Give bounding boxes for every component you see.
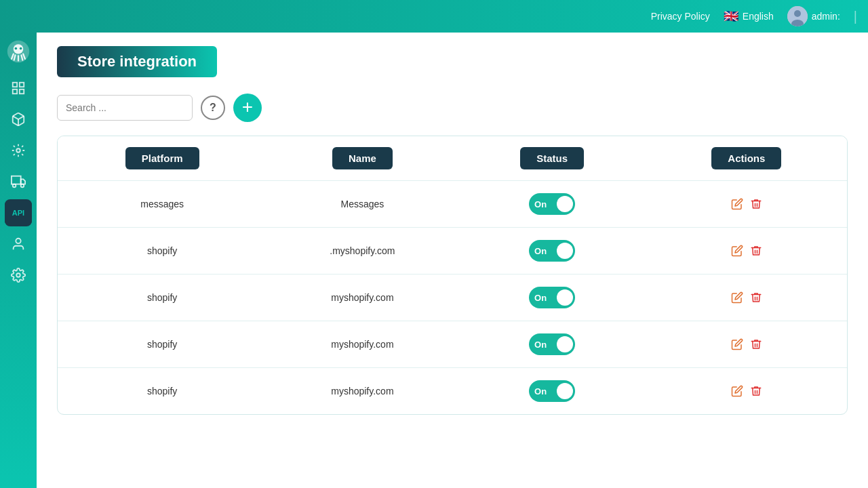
name-header-btn[interactable]: Name bbox=[332, 147, 393, 169]
cell-actions bbox=[646, 368, 847, 415]
sidebar: API bbox=[0, 33, 37, 488]
svg-point-10 bbox=[15, 47, 18, 50]
delete-button[interactable] bbox=[750, 338, 762, 350]
avatar bbox=[787, 6, 808, 26]
th-name: Name bbox=[267, 136, 458, 181]
cell-status: On bbox=[458, 228, 646, 274]
svg-point-21 bbox=[21, 184, 24, 188]
table-row: messagesMessagesOn bbox=[58, 181, 847, 228]
action-icons-group bbox=[660, 291, 833, 304]
toggle-label: On bbox=[534, 199, 547, 209]
delete-button[interactable] bbox=[750, 245, 762, 257]
cell-actions bbox=[646, 181, 847, 228]
sidebar-item-dashboard[interactable] bbox=[5, 75, 32, 102]
topbar-separator: | bbox=[854, 9, 857, 24]
edit-button[interactable] bbox=[731, 291, 743, 304]
toggle-switch[interactable]: On bbox=[529, 240, 575, 262]
add-button[interactable]: + bbox=[233, 94, 262, 122]
cell-status: On bbox=[458, 368, 646, 415]
search-input[interactable] bbox=[57, 95, 193, 121]
sidebar-logo bbox=[6, 39, 31, 64]
toggle-knob bbox=[557, 196, 573, 212]
th-status: Status bbox=[458, 136, 646, 181]
table-header-row: Platform Name Status Actions bbox=[58, 136, 847, 181]
svg-marker-19 bbox=[21, 179, 25, 184]
toggle-knob bbox=[557, 289, 573, 306]
svg-point-11 bbox=[20, 47, 22, 50]
toggle-knob bbox=[557, 243, 573, 259]
page-title-wrapper: Store integration bbox=[57, 46, 217, 77]
cell-name: .myshopify.com bbox=[267, 228, 458, 274]
sidebar-item-box[interactable] bbox=[5, 106, 32, 133]
flag-icon: 🇬🇧 bbox=[724, 9, 738, 24]
action-icons-group bbox=[660, 245, 833, 257]
toggle-switch[interactable]: On bbox=[529, 193, 575, 215]
svg-rect-13 bbox=[20, 83, 24, 87]
toggle-label: On bbox=[534, 340, 547, 350]
platform-header-btn[interactable]: Platform bbox=[125, 147, 199, 169]
main-layout: API Store integration ? bbox=[0, 33, 868, 488]
cell-name: Messages bbox=[267, 181, 458, 228]
toggle-label: On bbox=[534, 246, 547, 256]
status-header-btn[interactable]: Status bbox=[520, 147, 584, 169]
page-title: Store integration bbox=[77, 53, 197, 70]
cell-platform: shopify bbox=[58, 368, 267, 415]
cell-name: myshopify.com bbox=[267, 321, 458, 368]
api-label: API bbox=[5, 202, 32, 224]
sidebar-item-settings[interactable] bbox=[5, 262, 32, 289]
toggle-knob bbox=[557, 383, 573, 399]
table-body: messagesMessagesOnshopify.myshopify.comO… bbox=[58, 181, 847, 415]
table-row: shopifymyshopify.comOn bbox=[58, 274, 847, 321]
edit-button[interactable] bbox=[731, 338, 743, 350]
cell-name: myshopify.com bbox=[267, 368, 458, 415]
cell-actions bbox=[646, 321, 847, 368]
action-icons-group bbox=[660, 385, 833, 397]
actions-header-btn[interactable]: Actions bbox=[711, 147, 781, 169]
integrations-table: Platform Name Status Actions bbox=[58, 136, 847, 414]
sidebar-item-integrations[interactable] bbox=[5, 137, 32, 164]
toggle-knob bbox=[557, 336, 573, 352]
svg-rect-14 bbox=[13, 89, 17, 94]
cell-status: On bbox=[458, 274, 646, 321]
privacy-policy-link[interactable]: Privacy Policy bbox=[651, 11, 710, 22]
toggle-label: On bbox=[534, 386, 547, 396]
language-selector[interactable]: 🇬🇧 English bbox=[724, 9, 774, 24]
toggle-switch[interactable]: On bbox=[529, 380, 575, 402]
svg-point-22 bbox=[16, 239, 20, 243]
cell-platform: shopify bbox=[58, 321, 267, 368]
svg-point-20 bbox=[13, 184, 16, 188]
action-icons-group bbox=[660, 198, 833, 210]
cell-status: On bbox=[458, 321, 646, 368]
edit-button[interactable] bbox=[731, 198, 743, 210]
sidebar-item-api[interactable]: API bbox=[5, 199, 32, 226]
cell-name: myshopify.com bbox=[267, 274, 458, 321]
table-row: shopifymyshopify.comOn bbox=[58, 368, 847, 415]
delete-button[interactable] bbox=[750, 291, 762, 304]
cell-platform: shopify bbox=[58, 228, 267, 274]
svg-point-1 bbox=[794, 10, 801, 17]
toggle-switch[interactable]: On bbox=[529, 287, 575, 308]
cell-platform: messages bbox=[58, 181, 267, 228]
topbar: Privacy Policy 🇬🇧 English admin: | bbox=[0, 0, 868, 33]
svg-rect-18 bbox=[12, 176, 21, 184]
sidebar-item-shipping[interactable] bbox=[5, 168, 32, 195]
svg-rect-15 bbox=[20, 89, 24, 94]
toggle-switch[interactable]: On bbox=[529, 333, 575, 355]
admin-menu[interactable]: admin: bbox=[787, 6, 840, 26]
delete-button[interactable] bbox=[750, 198, 762, 210]
svg-point-17 bbox=[16, 148, 20, 152]
sidebar-item-users[interactable] bbox=[5, 230, 32, 258]
delete-button[interactable] bbox=[750, 385, 762, 397]
table-row: shopify.myshopify.comOn bbox=[58, 228, 847, 274]
action-icons-group bbox=[660, 338, 833, 350]
cell-actions bbox=[646, 274, 847, 321]
edit-button[interactable] bbox=[731, 245, 743, 257]
th-platform: Platform bbox=[58, 136, 267, 181]
svg-point-23 bbox=[16, 273, 20, 277]
toolbar: ? + bbox=[57, 94, 848, 122]
th-actions: Actions bbox=[646, 136, 847, 181]
cell-platform: shopify bbox=[58, 274, 267, 321]
edit-button[interactable] bbox=[731, 385, 743, 397]
help-button[interactable]: ? bbox=[201, 96, 225, 120]
cell-status: On bbox=[458, 181, 646, 228]
